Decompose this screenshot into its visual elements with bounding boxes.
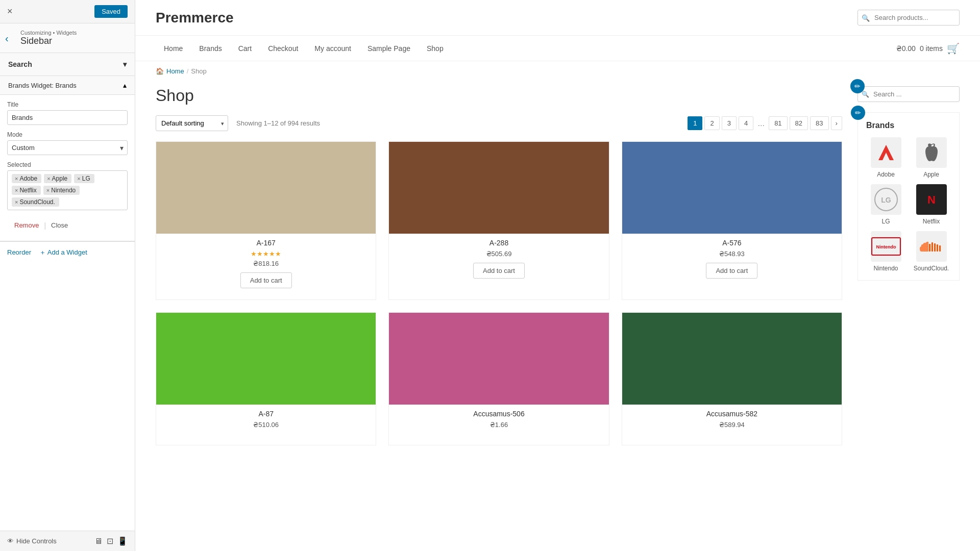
close-customizer-button[interactable]: × [7, 6, 13, 17]
breadcrumb: 🏠 Home / Shop [135, 61, 980, 81]
search-widget-edit-button[interactable]: ✏ [850, 79, 865, 93]
hide-controls-button[interactable]: 👁 Hide Controls [7, 537, 57, 545]
sidebar-title: Sidebar [20, 36, 128, 46]
remove-nintendo-icon[interactable]: × [46, 187, 50, 193]
product-name-a576: A-576 [629, 239, 835, 247]
product-img-acc506 [389, 313, 608, 405]
page-2-button[interactable]: 2 [704, 116, 719, 130]
tag-netflix[interactable]: × Netflix [12, 186, 41, 195]
tag-lg[interactable]: × LG [74, 174, 94, 183]
add-to-cart-a167[interactable]: Add to cart [240, 272, 292, 288]
page-81-button[interactable]: 81 [769, 116, 787, 130]
remove-soundcloud-icon[interactable]: × [15, 199, 18, 205]
shop-sidebar: ✏ 🔍 ✏ Brands Adobe [857, 86, 960, 445]
search-widget-input[interactable] [857, 86, 960, 102]
tag-soundcloud[interactable]: × SoundCloud. [12, 197, 59, 207]
product-img-a87 [156, 313, 376, 405]
breadcrumb-separator: / [187, 67, 189, 75]
desktop-view-button[interactable]: 🖥 [94, 536, 103, 546]
breadcrumb-path: Customizing • Widgets [20, 30, 128, 36]
mode-select[interactable]: Custom All [7, 140, 128, 155]
product-card-acc506[interactable]: Accusamus-506 ₴1.66 [388, 312, 609, 445]
title-input[interactable] [7, 110, 128, 125]
product-price-a288: ₴505.69 [396, 250, 601, 258]
page-82-button[interactable]: 82 [790, 116, 808, 130]
close-link[interactable]: Close [51, 221, 68, 230]
page-83-button[interactable]: 83 [810, 116, 828, 130]
nav-checkout[interactable]: Checkout [260, 37, 306, 60]
nav-home[interactable]: Home [156, 37, 191, 60]
tag-adobe[interactable]: × Adobe [12, 174, 41, 183]
product-info-acc506: Accusamus-506 ₴1.66 [389, 405, 608, 437]
reorder-link[interactable]: Reorder [7, 248, 31, 256]
product-price-a167: ₴818.16 [163, 260, 369, 267]
product-stars-a167: ★★★★★ [163, 250, 369, 258]
product-card-a87[interactable]: A-87 ₴510.06 [156, 312, 376, 445]
page-dots: … [755, 117, 767, 130]
brands-widget-header[interactable]: Brands Widget: Brands ▴ [0, 76, 135, 95]
tablet-view-button[interactable]: ⊡ [107, 536, 113, 546]
remove-netflix-icon[interactable]: × [15, 187, 18, 193]
breadcrumb-shop: Shop [191, 67, 206, 75]
nav-sample-page[interactable]: Sample Page [359, 37, 419, 60]
add-to-cart-a576[interactable]: Add to cart [706, 263, 757, 279]
brand-item-apple[interactable]: Apple [912, 137, 951, 178]
nav-cart[interactable]: Cart [230, 37, 260, 60]
nav-shop[interactable]: Shop [419, 37, 452, 60]
cart-items-count: 0 items [920, 44, 943, 53]
product-img-a576 [622, 142, 842, 234]
remove-lg-icon[interactable]: × [77, 176, 80, 182]
add-widget-label: Add a Widget [47, 248, 87, 256]
product-card-acc582[interactable]: Accusamus-582 ₴589.94 [622, 312, 842, 445]
hide-controls-label: Hide Controls [16, 537, 57, 545]
brand-item-netflix[interactable]: N Netflix [912, 184, 951, 225]
brands-widget: ✏ Brands Adobe [857, 112, 960, 281]
cart-icon[interactable]: 🛒 [947, 42, 960, 55]
nav-my-account[interactable]: My account [306, 37, 359, 60]
remove-apple-icon[interactable]: × [47, 176, 50, 182]
main-content: Premmerce 🔍 Home Brands Cart Checkout My… [135, 0, 980, 551]
add-to-cart-a288[interactable]: Add to cart [473, 263, 525, 279]
title-form-group: Title [7, 101, 128, 125]
mobile-view-button[interactable]: 📱 [117, 536, 128, 546]
svg-marker-0 [878, 145, 894, 160]
page-3-button[interactable]: 3 [722, 116, 737, 130]
nav-bar: Home Brands Cart Checkout My account Sam… [135, 36, 980, 61]
selected-form-group: Selected × Adobe × Apple × LG × Netflix … [7, 161, 128, 210]
shop-main: Shop Default sorting Sort by popularity … [156, 86, 842, 445]
nav-brands[interactable]: Brands [191, 37, 230, 60]
brand-name-apple: Apple [923, 171, 939, 178]
search-products-input[interactable] [857, 10, 960, 26]
mode-form-group: Mode Custom All ▾ [7, 131, 128, 155]
saved-button[interactable]: Saved [94, 5, 128, 18]
brand-item-adobe[interactable]: Adobe [866, 137, 905, 178]
tag-nintendo[interactable]: × Nintendo [43, 186, 80, 195]
brand-item-soundcloud[interactable]: SoundCloud. [912, 231, 951, 272]
back-button[interactable]: ‹ [5, 32, 9, 44]
eye-icon: 👁 [7, 537, 14, 545]
brand-item-lg[interactable]: LG LG [866, 184, 905, 225]
remove-adobe-icon[interactable]: × [15, 176, 18, 182]
product-name-a288: A-288 [396, 239, 601, 247]
remove-link[interactable]: Remove [14, 221, 39, 230]
product-card-a288[interactable]: A-288 ₴505.69 Add to cart [388, 141, 609, 300]
breadcrumb-home[interactable]: Home [166, 67, 184, 75]
brands-widget-edit-button[interactable]: ✏ [851, 106, 865, 120]
widget-actions: Remove | Close [7, 216, 128, 235]
page-1-button[interactable]: 1 [688, 116, 702, 130]
page-next-button[interactable]: › [831, 116, 842, 130]
product-card-a167[interactable]: A-167 ★★★★★ ₴818.16 Add to cart [156, 141, 376, 300]
svg-rect-7 [932, 242, 933, 252]
search-section-header[interactable]: Search ▾ [0, 53, 135, 76]
search-products-icon: 🔍 [862, 14, 870, 21]
product-name-a167: A-167 [163, 239, 369, 247]
page-4-button[interactable]: 4 [739, 116, 753, 130]
sort-select[interactable]: Default sorting Sort by popularity Sort … [156, 115, 228, 131]
add-widget-button[interactable]: ＋ Add a Widget [39, 248, 87, 257]
product-card-a576[interactable]: A-576 ₴548.93 Add to cart [622, 141, 842, 300]
tag-apple[interactable]: × Apple [44, 174, 71, 183]
search-widget-icon: 🔍 [862, 91, 869, 98]
product-info-a288: A-288 ₴505.69 Add to cart [389, 234, 608, 282]
svg-rect-10 [939, 245, 941, 252]
brand-item-nintendo[interactable]: Nintendo Nintendo [866, 231, 905, 272]
